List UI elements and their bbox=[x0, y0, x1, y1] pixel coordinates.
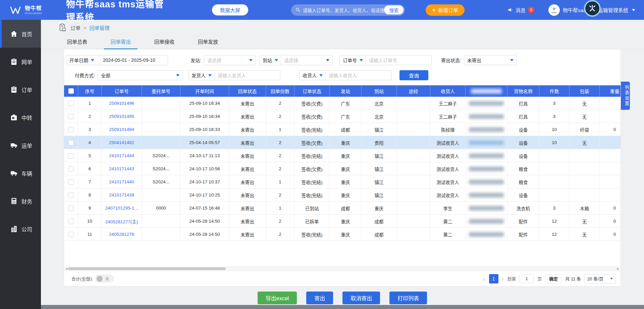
messages-button[interactable]: 消息 0 bbox=[507, 6, 534, 13]
order-number-link[interactable]: 2407101295-1... bbox=[105, 206, 138, 211]
send-status-label: 寄出状态: bbox=[441, 57, 461, 63]
row-checkbox[interactable] bbox=[68, 140, 74, 145]
svg-text:L1: L1 bbox=[12, 117, 14, 119]
order-number-link[interactable]: 2410171444 bbox=[109, 153, 134, 158]
sidebar-item-orders[interactable]: 订单 bbox=[0, 76, 41, 103]
blurred-phone-value bbox=[469, 219, 504, 224]
table-row[interactable]: 92407101295-1...000024-07-15 16:48未寄出1已到… bbox=[64, 202, 621, 215]
table-row[interactable]: 4250414148225-04-14 05:57未寄出2签收(欠费)重庆贵阳测… bbox=[64, 136, 621, 149]
order-number-link[interactable]: 2410171440 bbox=[109, 179, 134, 184]
total-toggle-switch[interactable]: 关 bbox=[96, 275, 114, 282]
scroll-right-arrow[interactable]: ► bbox=[616, 267, 620, 271]
scrollbar-thumb[interactable] bbox=[68, 267, 226, 270]
data-screen-button[interactable]: 数据大屏 bbox=[212, 4, 248, 15]
order-number-link[interactable]: 2509101496 bbox=[109, 101, 134, 106]
order-number-link[interactable]: 2509101494 bbox=[109, 127, 134, 132]
horizontal-scrollbar[interactable]: ◄ ► bbox=[64, 266, 621, 271]
app-logo[interactable]: 物牛帮 WUNIUBANG bbox=[9, 3, 54, 17]
to-station-type-select[interactable]: 到站 bbox=[260, 55, 281, 65]
shipper-input[interactable]: 请输入发货人 bbox=[215, 71, 280, 80]
row-checkbox[interactable] bbox=[68, 206, 74, 211]
cell-phone bbox=[466, 123, 507, 136]
global-search-input[interactable]: 请输入订单号、发货人、收货人、电话搜索 搜索 bbox=[291, 4, 405, 16]
cell-entrust_no bbox=[142, 215, 180, 228]
date-type-select[interactable]: 开单日期 bbox=[66, 55, 100, 65]
tab-receipt-summary[interactable]: 回单总表 bbox=[65, 35, 89, 49]
sidebar-item-transfer[interactable]: L1 中转 bbox=[0, 103, 41, 131]
list-settings-tab[interactable]: 列表设置 bbox=[621, 82, 630, 110]
order-number-link[interactable]: 2509101495 bbox=[109, 114, 134, 119]
table-row[interactable]: 2250910149525-09-10 16:34未寄出2签收(欠费)广东北京王… bbox=[64, 110, 621, 123]
query-button[interactable]: 查询 bbox=[399, 70, 428, 80]
date-range-input[interactable]: 2024-05-01 - 2025-09-10 bbox=[100, 55, 168, 65]
search-button[interactable]: 搜索 bbox=[384, 5, 404, 14]
send-button[interactable]: 寄出 bbox=[306, 292, 333, 304]
breadcrumb-parent[interactable]: 订单 bbox=[70, 24, 80, 31]
row-checkbox[interactable] bbox=[68, 101, 74, 106]
table-row[interactable]: 3250910149425-09-10 16:33未寄出1签收(完结)成都镇江陈… bbox=[64, 123, 621, 136]
row-checkbox[interactable] bbox=[68, 166, 74, 172]
order-number-link[interactable]: 2405281276 bbox=[109, 232, 134, 237]
cell-copies: 2 bbox=[266, 97, 294, 110]
to-station-select[interactable]: 请选择 bbox=[281, 55, 332, 65]
truck-icon bbox=[10, 169, 18, 177]
sidebar-item-vehicles[interactable]: 车辆 bbox=[0, 159, 41, 187]
content-panel: 开单日期 2024-05-01 - 2025-09-10 发站: 请选择 到站 bbox=[64, 49, 621, 286]
table-row[interactable]: 8241017143924-10-17 10:25未寄出2签收(完结)重庆镇江测… bbox=[64, 188, 621, 202]
consignee-type-select[interactable]: 收货人 bbox=[300, 71, 326, 80]
order-no-input[interactable]: 请输入订单号 bbox=[366, 55, 431, 65]
transfer-box-icon: L1 bbox=[10, 114, 18, 121]
scroll-left-arrow[interactable]: ◄ bbox=[65, 267, 68, 271]
cell-cargo: 配件 bbox=[507, 228, 539, 241]
order-number-link[interactable]: 2410171443 bbox=[109, 166, 134, 171]
sidebar-item-web-orders[interactable]: 网单 bbox=[0, 48, 41, 76]
row-checkbox[interactable] bbox=[68, 192, 74, 198]
table-row[interactable]: 1250910149625-09-10 16:34未寄出2签收(欠费)广东北京王… bbox=[64, 97, 621, 110]
shipper-type-select[interactable]: 发货人 bbox=[189, 71, 215, 80]
row-checkbox[interactable] bbox=[68, 219, 74, 224]
select-all-checkbox[interactable] bbox=[68, 88, 74, 94]
sidebar-item-waybills[interactable]: 运单 bbox=[0, 131, 41, 159]
current-page-button[interactable]: 1 bbox=[489, 274, 498, 283]
cell-entrust_no: S2024... bbox=[142, 175, 180, 188]
cancel-send-button[interactable]: 取消寄出 bbox=[342, 292, 380, 304]
export-excel-button[interactable]: 导出excel bbox=[258, 292, 297, 304]
sidebar-item-home[interactable]: 首页 bbox=[0, 20, 41, 48]
pay-type-select[interactable]: 全部 bbox=[98, 70, 183, 80]
print-list-button[interactable]: 打印列表 bbox=[389, 292, 427, 304]
prev-page-button[interactable]: ‹ bbox=[483, 275, 486, 282]
sidebar-item-company[interactable]: 公司 bbox=[0, 215, 41, 243]
table-row[interactable]: 52410171444S2024...24-10-17 11:13未寄出2签收(… bbox=[64, 149, 621, 162]
consignee-input[interactable]: 请输入收货人 bbox=[326, 71, 391, 80]
row-checkbox[interactable] bbox=[68, 153, 74, 159]
row-checkbox[interactable] bbox=[68, 232, 74, 237]
table-row[interactable]: 72410171440S2024...24-10-17 10:37未寄出1签收(… bbox=[64, 175, 621, 188]
new-order-button[interactable]: + 新增订单 bbox=[426, 4, 465, 16]
row-checkbox[interactable] bbox=[68, 127, 74, 132]
goto-confirm-button[interactable]: 确定 bbox=[545, 274, 562, 283]
order-no-type-select[interactable]: 订单号 bbox=[340, 55, 366, 65]
row-checkbox[interactable] bbox=[68, 179, 74, 185]
cell-to_station: 成都 bbox=[362, 228, 397, 241]
cell-phone bbox=[466, 215, 507, 228]
tab-receipt-issue[interactable]: 回单发放 bbox=[196, 35, 220, 49]
order-number-link[interactable]: 2405281277(主) bbox=[105, 218, 138, 225]
order-number-link[interactable]: 2410171439 bbox=[109, 192, 134, 197]
table-row[interactable]: 11240528127624-05-28 14:50未寄出2签收(完结)重庆成都… bbox=[64, 228, 621, 241]
cell-from_station: 成都 bbox=[330, 202, 362, 215]
order-number-link[interactable]: 2504141482 bbox=[109, 140, 134, 145]
page-size-select[interactable]: 20 条/页 bbox=[584, 274, 616, 283]
row-checkbox[interactable] bbox=[68, 114, 74, 119]
next-page-button[interactable]: › bbox=[502, 275, 504, 282]
table-row[interactable]: 62410171443S2024...24-10-17 10:56未寄出2签收(… bbox=[64, 162, 621, 175]
send-status-select[interactable]: 未寄出 bbox=[464, 55, 517, 65]
cell-cargo: 粮食 bbox=[507, 162, 539, 175]
table-row[interactable]: 102405281277(主)24-05-28 14:50未寄出2已拆单重庆成都… bbox=[64, 215, 621, 228]
goto-page-input[interactable]: 1 bbox=[519, 274, 534, 283]
sidebar-item-finance[interactable]: 财务 bbox=[0, 187, 41, 215]
cell-create_time: 25-04-14 05:57 bbox=[180, 136, 229, 149]
tab-receipt-receive[interactable]: 回单接收 bbox=[152, 35, 176, 49]
from-station-select[interactable]: 请选择 bbox=[204, 55, 256, 65]
tab-receipt-send[interactable]: 回单寄出 bbox=[109, 35, 133, 49]
cell-checkbox bbox=[64, 215, 78, 228]
